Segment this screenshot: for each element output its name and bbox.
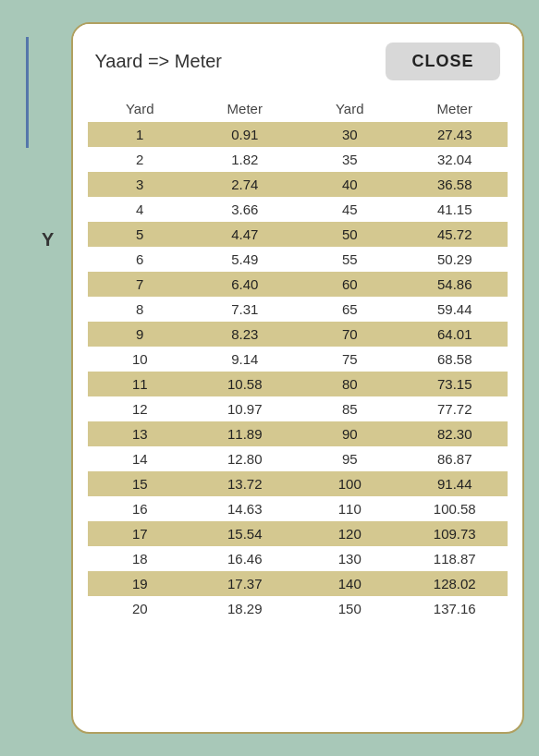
cell-y1-0: 1 xyxy=(88,122,193,147)
cell-m1-0: 0.91 xyxy=(192,122,298,147)
modal-header: Yaard => Meter CLOSE xyxy=(73,24,522,95)
cell-m2-2: 36.58 xyxy=(402,172,508,197)
cell-y2-16: 120 xyxy=(298,521,403,546)
cell-y2-7: 65 xyxy=(298,297,403,322)
cell-m2-10: 73.15 xyxy=(402,372,508,396)
table-row: 32.744036.58 xyxy=(88,172,508,197)
table-row: 98.237064.01 xyxy=(88,322,508,347)
cell-m1-10: 10.58 xyxy=(192,372,298,396)
cell-y1-8: 9 xyxy=(88,322,193,347)
cell-m1-16: 15.54 xyxy=(192,521,298,546)
cell-y1-17: 18 xyxy=(88,546,193,571)
cell-y2-17: 130 xyxy=(298,546,403,571)
cell-y2-13: 95 xyxy=(298,446,403,471)
table-row: 10.913027.43 xyxy=(88,122,508,147)
cell-y1-4: 5 xyxy=(88,222,193,247)
table-header-row: Yard Meter Yard Meter xyxy=(88,95,508,122)
cell-y1-18: 19 xyxy=(88,571,193,596)
cell-y2-19: 150 xyxy=(298,596,403,621)
cell-y2-5: 55 xyxy=(298,247,403,272)
cell-m1-19: 18.29 xyxy=(192,596,298,621)
cell-m1-12: 11.89 xyxy=(192,421,298,446)
cell-m2-13: 86.87 xyxy=(402,446,508,471)
table-row: 65.495550.29 xyxy=(88,247,508,272)
table-row: 109.147568.58 xyxy=(88,347,508,372)
cell-y1-14: 15 xyxy=(88,471,193,496)
cell-y2-2: 40 xyxy=(298,172,403,197)
table-row: 1715.54120109.73 xyxy=(88,521,508,546)
table-row: 1110.588073.15 xyxy=(88,372,508,396)
cell-m2-15: 100.58 xyxy=(402,496,508,521)
cell-y2-0: 30 xyxy=(298,122,403,147)
cell-y1-13: 14 xyxy=(88,446,193,471)
cell-m2-3: 41.15 xyxy=(402,197,508,222)
table-row: 1816.46130118.87 xyxy=(88,546,508,571)
cell-m1-14: 13.72 xyxy=(192,471,298,496)
cell-m2-16: 109.73 xyxy=(402,521,508,546)
cell-y1-3: 4 xyxy=(88,197,193,222)
cell-y2-15: 110 xyxy=(298,496,403,521)
cell-y1-7: 8 xyxy=(88,297,193,322)
table-row: 1210.978577.72 xyxy=(88,396,508,421)
table-row: 1513.7210091.44 xyxy=(88,471,508,496)
cell-y2-10: 80 xyxy=(298,372,403,396)
cell-m2-4: 45.72 xyxy=(402,222,508,247)
cell-y2-3: 45 xyxy=(298,197,403,222)
cell-y2-8: 70 xyxy=(298,322,403,347)
table-row: 1917.37140128.02 xyxy=(88,571,508,596)
cell-y1-15: 16 xyxy=(88,496,193,521)
table-row: 1412.809586.87 xyxy=(88,446,508,471)
cell-m1-6: 6.40 xyxy=(192,272,298,297)
cell-m2-17: 118.87 xyxy=(402,546,508,571)
cell-m2-12: 82.30 xyxy=(402,421,508,446)
table-row: 2018.29150137.16 xyxy=(88,596,508,621)
cell-y2-1: 35 xyxy=(298,147,403,172)
cell-y1-12: 13 xyxy=(88,421,193,446)
cell-m1-9: 9.14 xyxy=(192,347,298,372)
cell-y1-2: 3 xyxy=(88,172,193,197)
cell-m1-17: 16.46 xyxy=(192,546,298,571)
cell-y2-4: 50 xyxy=(298,222,403,247)
cell-m1-2: 2.74 xyxy=(192,172,298,197)
cell-y1-9: 10 xyxy=(88,347,193,372)
cell-y1-19: 20 xyxy=(88,596,193,621)
cell-m1-18: 17.37 xyxy=(192,571,298,596)
col-header-meter2: Meter xyxy=(402,95,508,122)
cell-y1-11: 12 xyxy=(88,396,193,421)
cell-m2-5: 50.29 xyxy=(402,247,508,272)
cell-m1-4: 4.47 xyxy=(192,222,298,247)
cell-m1-1: 1.82 xyxy=(192,147,298,172)
cell-y2-6: 60 xyxy=(298,272,403,297)
cell-m2-8: 64.01 xyxy=(402,322,508,347)
cell-m1-5: 5.49 xyxy=(192,247,298,272)
cell-y1-1: 2 xyxy=(88,147,193,172)
col-header-meter1: Meter xyxy=(192,95,298,122)
conversion-table: Yard Meter Yard Meter 10.913027.4321.823… xyxy=(88,95,508,621)
cell-m2-7: 59.44 xyxy=(402,297,508,322)
modal-title: Yaard => Meter xyxy=(95,51,222,72)
close-button[interactable]: CLOSE xyxy=(386,43,499,80)
table-row: 54.475045.72 xyxy=(88,222,508,247)
cell-m1-3: 3.66 xyxy=(192,197,298,222)
cell-m2-14: 91.44 xyxy=(402,471,508,496)
cell-m2-9: 68.58 xyxy=(402,347,508,372)
cell-m2-0: 27.43 xyxy=(402,122,508,147)
table-row: 1311.899082.30 xyxy=(88,421,508,446)
cell-m2-6: 54.86 xyxy=(402,272,508,297)
cell-y1-6: 7 xyxy=(88,272,193,297)
table-row: 21.823532.04 xyxy=(88,147,508,172)
cell-m2-1: 32.04 xyxy=(402,147,508,172)
table-row: 87.316559.44 xyxy=(88,297,508,322)
cell-y2-11: 85 xyxy=(298,396,403,421)
sidebar-line xyxy=(26,37,29,148)
cell-y2-14: 100 xyxy=(298,471,403,496)
cell-m1-7: 7.31 xyxy=(192,297,298,322)
cell-y1-5: 6 xyxy=(88,247,193,272)
cell-y1-16: 17 xyxy=(88,521,193,546)
modal-container: Yaard => Meter CLOSE Yard Meter Yard Met… xyxy=(71,22,524,734)
col-header-yard2: Yard xyxy=(298,95,403,122)
table-row: 76.406054.86 xyxy=(88,272,508,297)
sidebar-label: Y xyxy=(42,229,54,250)
cell-m2-18: 128.02 xyxy=(402,571,508,596)
cell-m1-15: 14.63 xyxy=(192,496,298,521)
